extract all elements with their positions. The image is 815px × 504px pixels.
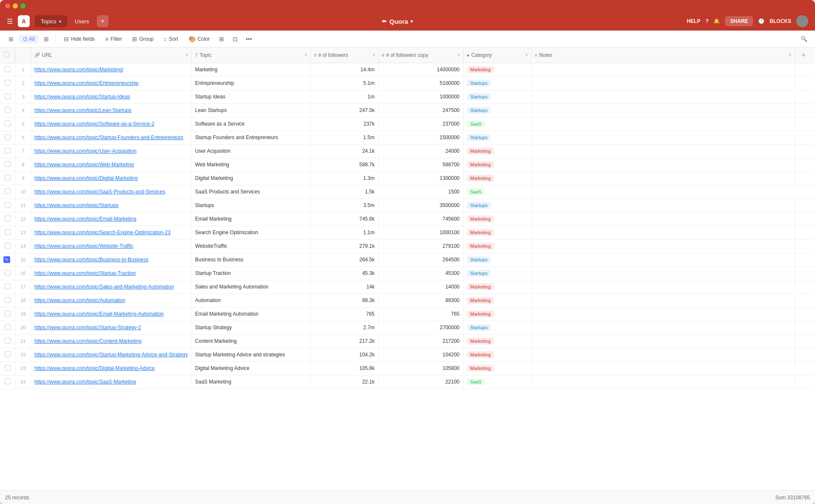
hide-fields-button[interactable]: ⊟ Hide fields <box>59 34 99 45</box>
row-url-link[interactable]: https://www.quora.com/topic/Startup-Foun… <box>34 134 183 140</box>
search-button[interactable]: 🔍 <box>798 33 810 45</box>
row-url-cell[interactable]: https://www.quora.com/topic/Email-Market… <box>31 212 192 226</box>
row-checkbox[interactable] <box>5 161 11 167</box>
expand-rows-icon[interactable]: ⊡ <box>229 33 241 45</box>
row-url-link[interactable]: https://www.quora.com/topic/Digital-Mark… <box>34 175 138 181</box>
row-url-cell[interactable]: https://www.quora.com/topic/Startup-Trac… <box>31 266 192 280</box>
th-url[interactable]: 🔗 URL ▾ <box>31 48 192 63</box>
add-column-icon[interactable]: + <box>798 51 809 59</box>
edit-row-button[interactable]: ✎ <box>3 256 10 263</box>
row-checkbox[interactable] <box>5 120 11 126</box>
group-views-icon[interactable]: ⊞ <box>40 33 52 45</box>
th-checkbox[interactable] <box>0 48 16 63</box>
row-url-link[interactable]: https://www.quora.com/topic/Startup-Stra… <box>34 325 141 330</box>
row-checkbox[interactable] <box>5 175 11 181</box>
row-url-link[interactable]: https://www.quora.com/topic/Sales-and-Ma… <box>34 284 174 290</box>
row-checkbox[interactable] <box>5 134 11 140</box>
row-checkbox[interactable] <box>5 351 11 357</box>
th-add-column[interactable]: + <box>795 48 815 63</box>
sort-button[interactable]: ↕ Sort <box>160 34 183 45</box>
row-url-link[interactable]: https://www.quora.com/topic/Marketing/ <box>34 67 123 73</box>
hamburger-icon[interactable]: ☰ <box>7 17 13 25</box>
minimize-button[interactable] <box>13 3 18 8</box>
row-checkbox[interactable] <box>5 338 11 344</box>
row-checkbox[interactable] <box>5 93 11 99</box>
history-icon[interactable]: 🕐 <box>758 18 764 24</box>
row-checkbox[interactable] <box>5 148 11 154</box>
row-checkbox[interactable] <box>5 365 11 371</box>
row-checkbox[interactable] <box>5 243 11 249</box>
row-url-cell[interactable]: https://www.quora.com/topic/Automation <box>31 294 192 307</box>
row-checkbox[interactable] <box>5 188 11 194</box>
row-url-link[interactable]: https://www.quora.com/topic/SaaS-Marketi… <box>34 379 136 385</box>
row-url-link[interactable]: https://www.quora.com/topic/Startup-Mark… <box>34 352 188 358</box>
row-url-link[interactable]: https://www.quora.com/topic/Entrepreneur… <box>34 80 138 86</box>
nav-add-tab-button[interactable]: + <box>97 15 109 27</box>
row-checkbox[interactable] <box>5 202 11 208</box>
row-url-link[interactable]: https://www.quora.com/topic/Startup-Idea… <box>34 94 130 100</box>
color-button[interactable]: 🎨 Color <box>184 34 214 45</box>
row-url-cell[interactable]: https://www.quora.com/topic/SaaS-Marketi… <box>31 375 192 389</box>
row-url-cell[interactable]: https://www.quora.com/topic/Website-Traf… <box>31 239 192 253</box>
row-url-cell[interactable]: https://www.quora.com/topic/Entrepreneur… <box>31 76 192 90</box>
row-url-cell[interactable]: https://www.quora.com/topic/Web-Marketin… <box>31 158 192 171</box>
row-url-cell[interactable]: https://www.quora.com/topic/Sales-and-Ma… <box>31 280 192 294</box>
row-url-cell[interactable]: https://www.quora.com/topic/Startups <box>31 199 192 212</box>
row-checkbox[interactable] <box>5 283 11 289</box>
row-url-link[interactable]: https://www.quora.com/topic/Digital-Mark… <box>34 365 155 371</box>
row-url-link[interactable]: https://www.quora.com/topic/SaaS-Product… <box>34 189 165 195</box>
row-url-cell[interactable]: https://www.quora.com/topic/Startup-Foun… <box>31 131 192 144</box>
row-checkbox[interactable] <box>5 311 11 316</box>
share-button[interactable]: SHARE <box>725 16 753 26</box>
row-checkbox[interactable] <box>5 270 11 276</box>
row-url-cell[interactable]: https://www.quora.com/topic/User-Acquisi… <box>31 144 192 158</box>
row-checkbox[interactable] <box>5 80 11 86</box>
row-url-cell[interactable]: https://www.quora.com/topic/Startup-Stra… <box>31 321 192 334</box>
row-checkbox[interactable] <box>5 66 11 72</box>
expand-icon[interactable]: ⊞ <box>5 33 17 45</box>
row-checkbox[interactable] <box>5 229 11 235</box>
row-url-link[interactable]: https://www.quora.com/topic/Startups <box>34 202 118 208</box>
close-button[interactable] <box>5 3 10 8</box>
row-url-link[interactable]: https://www.quora.com/topic/Startup-Trac… <box>34 270 136 276</box>
nav-tab-users[interactable]: Users <box>69 15 95 27</box>
row-checkbox[interactable] <box>5 297 11 303</box>
row-url-link[interactable]: https://www.quora.com/topic/Content-Mark… <box>34 338 141 344</box>
row-url-cell[interactable]: https://www.quora.com/topic/Content-Mark… <box>31 334 192 348</box>
row-url-cell[interactable]: https://www.quora.com/topic/Email-Market… <box>31 307 192 321</box>
th-followers-copy[interactable]: # # of followers copy ▾ <box>378 48 463 63</box>
row-url-cell[interactable]: https://www.quora.com/topic/Lean-Startup… <box>31 104 192 117</box>
row-checkbox[interactable] <box>5 107 11 113</box>
blocks-label[interactable]: BLOCKS <box>770 18 791 24</box>
row-url-link[interactable]: https://www.quora.com/topic/Software-as-… <box>34 121 155 127</box>
row-checkbox[interactable] <box>5 324 11 330</box>
row-url-link[interactable]: https://www.quora.com/topic/User-Acquisi… <box>34 148 137 154</box>
row-url-link[interactable]: https://www.quora.com/topic/Web-Marketin… <box>34 162 134 168</box>
row-url-cell[interactable]: https://www.quora.com/topic/Startup-Idea… <box>31 90 192 104</box>
maximize-button[interactable] <box>20 3 25 8</box>
row-checkbox[interactable] <box>5 216 11 221</box>
filter-button[interactable]: ≡ Filter <box>101 34 126 45</box>
th-followers[interactable]: # # of followers ▾ <box>310 48 378 63</box>
th-notes[interactable]: ≡ Notes ▾ <box>531 48 795 63</box>
th-topic[interactable]: T Topic ▾ <box>191 48 310 63</box>
help-label[interactable]: HELP <box>687 18 700 24</box>
row-url-link[interactable]: https://www.quora.com/topic/Website-Traf… <box>34 243 133 249</box>
row-url-cell[interactable]: https://www.quora.com/topic/Startup-Mark… <box>31 348 192 361</box>
row-url-cell[interactable]: https://www.quora.com/topic/SaaS-Product… <box>31 185 192 199</box>
row-url-link[interactable]: https://www.quora.com/topic/Search-Engin… <box>34 230 171 235</box>
row-url-cell[interactable]: https://www.quora.com/topic/Software-as-… <box>31 117 192 131</box>
row-url-link[interactable]: https://www.quora.com/topic/Lean-Startup… <box>34 107 132 113</box>
more-options-icon[interactable]: ••• <box>243 33 255 45</box>
th-category[interactable]: ● Category ▾ <box>463 48 531 63</box>
user-avatar[interactable] <box>796 15 808 27</box>
row-url-cell[interactable]: https://www.quora.com/topic/Digital-Mark… <box>31 361 192 375</box>
select-all-checkbox[interactable] <box>3 51 9 57</box>
nav-tab-topics[interactable]: Topics ▾ <box>35 15 67 27</box>
row-url-cell[interactable]: https://www.quora.com/topic/Search-Engin… <box>31 226 192 239</box>
row-url-cell[interactable]: https://www.quora.com/topic/Digital-Mark… <box>31 171 192 185</box>
row-url-cell[interactable]: https://www.quora.com/topic/Business-to-… <box>31 253 192 266</box>
group-button[interactable]: ⊞ Group <box>128 34 157 45</box>
all-views-button[interactable]: ⊡ All <box>19 35 39 43</box>
columns-icon[interactable]: ⊞ <box>216 33 228 45</box>
